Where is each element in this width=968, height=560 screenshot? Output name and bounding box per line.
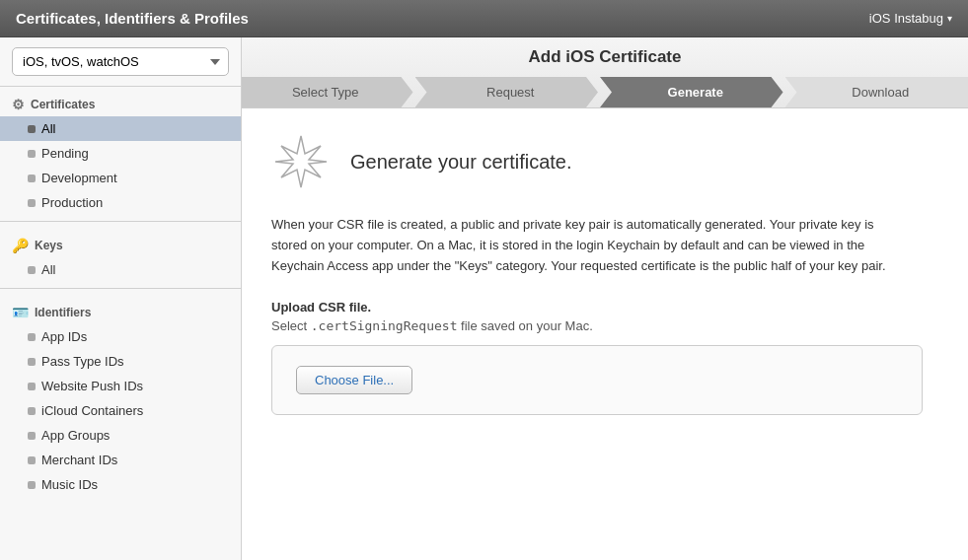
sidebar-section-identifiers: 🪪 Identifiers	[0, 295, 241, 324]
upload-hint-suffix: file saved on your Mac.	[457, 318, 592, 333]
upload-hint-code: .certSigningRequest	[311, 318, 458, 333]
sidebar-item-merchant-ids-label: Merchant IDs	[41, 453, 117, 467]
bullet-icon	[28, 175, 36, 182]
sidebar-item-all-label: All	[41, 121, 55, 136]
id-icon: 🪪	[12, 305, 29, 320]
sidebar-item-app-groups-label: App Groups	[41, 428, 110, 443]
sidebar-item-production[interactable]: Production	[0, 190, 241, 215]
bullet-icon	[28, 481, 36, 489]
app-title: Certificates, Identifiers & Profiles	[16, 10, 249, 27]
bullet-icon	[28, 125, 36, 133]
account-menu[interactable]: iOS Instabug ▾	[869, 11, 952, 26]
bullet-icon	[28, 432, 36, 440]
sidebar-item-icloud-containers-label: iCloud Containers	[41, 403, 143, 418]
sidebar-item-keys-all-label: All	[41, 262, 55, 277]
main-header: Add iOS Certificate Select Type Request …	[242, 37, 968, 108]
bullet-icon	[28, 407, 36, 415]
sidebar-section-keys: 🔑 Keys	[0, 228, 241, 257]
gear-icon: ⚙	[12, 97, 25, 112]
bullet-icon	[28, 199, 36, 207]
sidebar: iOS, tvOS, watchOS macOS ⚙ Certificates …	[0, 37, 242, 560]
generate-header: Generate your certificate.	[271, 132, 938, 191]
step-select-type-label: Select Type	[292, 85, 359, 100]
sidebar-item-app-ids[interactable]: App IDs	[0, 324, 241, 349]
sidebar-item-website-push-ids[interactable]: Website Push IDs	[0, 374, 241, 398]
upload-hint-prefix: Select	[271, 318, 311, 333]
sidebar-section-certificates-label: Certificates	[31, 98, 95, 111]
bullet-icon	[28, 456, 36, 464]
platform-dropdown[interactable]: iOS, tvOS, watchOS macOS	[12, 47, 229, 76]
sidebar-item-production-label: Production	[41, 195, 103, 210]
sidebar-item-website-push-ids-label: Website Push IDs	[41, 379, 143, 393]
bullet-icon	[28, 383, 36, 390]
sidebar-item-pass-type-ids[interactable]: Pass Type IDs	[0, 349, 241, 374]
sidebar-item-pending[interactable]: Pending	[0, 141, 241, 166]
main-title: Add iOS Certificate	[242, 47, 968, 67]
account-name: iOS Instabug	[869, 11, 943, 26]
key-icon: 🔑	[12, 238, 29, 253]
sidebar-section-certificates: ⚙ Certificates	[0, 87, 241, 116]
step-download-label: Download	[852, 85, 909, 100]
sidebar-item-music-ids[interactable]: Music IDs	[0, 472, 241, 497]
steps-breadcrumb: Select Type Request Generate Download	[242, 77, 968, 107]
sidebar-section-identifiers-label: Identifiers	[35, 306, 91, 319]
starburst-icon	[271, 132, 331, 191]
sidebar-item-music-ids-label: Music IDs	[41, 477, 98, 492]
step-request-label: Request	[486, 85, 534, 100]
step-download[interactable]: Download	[785, 77, 969, 107]
bullet-icon	[28, 358, 36, 366]
platform-selector: iOS, tvOS, watchOS macOS	[0, 37, 241, 87]
bullet-icon	[28, 333, 36, 341]
step-select-type[interactable]: Select Type	[242, 77, 413, 107]
generate-description: When your CSR file is created, a public …	[271, 215, 903, 276]
upload-box: Choose File...	[271, 345, 923, 415]
choose-file-button[interactable]: Choose File...	[296, 366, 412, 394]
chevron-down-icon: ▾	[947, 13, 952, 24]
main-content: Add iOS Certificate Select Type Request …	[242, 37, 968, 560]
step-generate-label: Generate	[668, 85, 723, 100]
sidebar-item-pending-label: Pending	[41, 146, 89, 161]
upload-hint: Select .certSigningRequest file saved on…	[271, 318, 938, 333]
step-request[interactable]: Request	[415, 77, 599, 107]
sidebar-item-app-ids-label: App IDs	[41, 329, 87, 344]
sidebar-item-icloud-containers[interactable]: iCloud Containers	[0, 398, 241, 423]
step-generate[interactable]: Generate	[600, 77, 783, 107]
upload-section: Upload CSR file. Select .certSigningRequ…	[271, 300, 938, 415]
sidebar-item-development-label: Development	[41, 171, 117, 185]
svg-marker-0	[275, 136, 327, 187]
sidebar-item-merchant-ids[interactable]: Merchant IDs	[0, 448, 241, 472]
divider	[0, 288, 241, 289]
upload-label: Upload CSR file.	[271, 300, 938, 315]
generate-title: Generate your certificate.	[350, 151, 572, 174]
topbar: Certificates, Identifiers & Profiles iOS…	[0, 0, 968, 37]
bullet-icon	[28, 150, 36, 158]
main-layout: iOS, tvOS, watchOS macOS ⚙ Certificates …	[0, 37, 968, 560]
sidebar-item-keys-all[interactable]: All	[0, 257, 241, 282]
sidebar-item-development[interactable]: Development	[0, 166, 241, 190]
divider	[0, 221, 241, 222]
sidebar-item-pass-type-ids-label: Pass Type IDs	[41, 354, 124, 369]
bullet-icon	[28, 266, 36, 274]
sidebar-item-all[interactable]: All	[0, 116, 241, 141]
sidebar-item-app-groups[interactable]: App Groups	[0, 423, 241, 448]
content-area: Generate your certificate. When your CSR…	[242, 108, 968, 560]
sidebar-section-keys-label: Keys	[35, 239, 63, 252]
